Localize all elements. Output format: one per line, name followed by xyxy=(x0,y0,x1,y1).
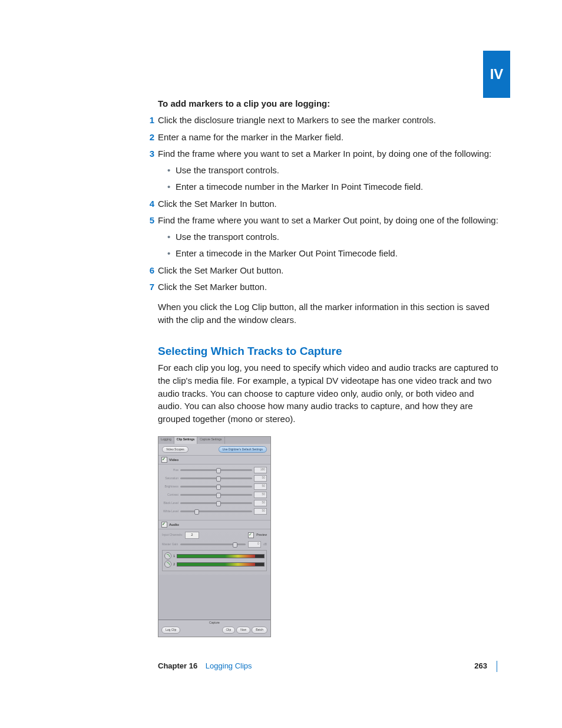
step-1: 1Click the disclosure triangle next to M… xyxy=(158,114,500,127)
part-tab: IV xyxy=(483,51,510,98)
audio-section-header: Audio xyxy=(158,520,270,529)
capture-batch-button[interactable]: Batch xyxy=(252,627,267,633)
tab-row: Logging Clip Settings Capture Settings xyxy=(158,437,270,444)
slider-track[interactable] xyxy=(180,494,252,496)
step-3-bullets: Use the transport controls. Enter a time… xyxy=(167,164,500,193)
step-number: 4 xyxy=(145,197,154,210)
list-item: Enter a timecode in the Marker Out Point… xyxy=(167,247,500,260)
contrast-slider[interactable]: Contrast 50 xyxy=(162,492,267,498)
slider-track[interactable] xyxy=(180,486,252,487)
slider-label: Contrast xyxy=(162,493,178,497)
capture-footer: Capture Log Clip Clip Now Batch xyxy=(158,620,270,637)
chapter-label: Chapter 16 xyxy=(158,661,197,670)
step-text: Enter a name for the marker in the Marke… xyxy=(158,132,343,142)
slider-thumb[interactable] xyxy=(233,542,237,548)
slider-label: Black Level xyxy=(162,501,178,505)
slider-value[interactable]: 180 xyxy=(254,467,267,473)
slider-thumb[interactable] xyxy=(216,485,221,490)
master-gain-slider[interactable] xyxy=(180,543,246,545)
step-text: Click the Set Marker button. xyxy=(158,282,267,292)
list-item: Use the transport controls. xyxy=(167,230,500,243)
audio-checkbox[interactable] xyxy=(161,522,167,528)
capture-clip-button[interactable]: Clip xyxy=(222,627,236,633)
preview-label: Preview xyxy=(256,533,267,537)
slider-value[interactable]: 50 xyxy=(254,500,267,506)
channel-number: 2 xyxy=(173,562,175,567)
slider-thumb[interactable] xyxy=(216,493,221,498)
procedure-result: When you click the Log Clip button, all … xyxy=(158,301,500,327)
step-number: 1 xyxy=(145,114,154,127)
slider-value[interactable]: 50 xyxy=(254,508,267,515)
master-gain-label: Master Gain xyxy=(162,542,178,546)
tab-capture-settings[interactable]: Capture Settings xyxy=(197,437,224,444)
capture-label: Capture xyxy=(209,621,220,624)
list-item: Use the transport controls. xyxy=(167,164,500,177)
slider-value[interactable]: 50 xyxy=(254,475,267,482)
speaker-icon[interactable] xyxy=(164,552,171,559)
chapter-title: Logging Clips xyxy=(206,661,252,670)
step-text: Find the frame where you want to set a M… xyxy=(158,215,498,225)
step-text: Find the frame where you want to set a M… xyxy=(158,149,491,159)
black-level-slider[interactable]: Black Level 50 xyxy=(162,500,267,506)
slider-track[interactable] xyxy=(180,469,252,471)
steps-list: 1Click the disclosure triangle next to M… xyxy=(158,114,500,294)
slider-value[interactable]: 50 xyxy=(254,483,267,490)
hue-slider[interactable]: Hue 180 xyxy=(162,467,267,473)
step-6: 6Click the Set Marker Out button. xyxy=(158,264,500,277)
audio-meter-1: 1 xyxy=(164,552,265,559)
use-digitizer-default-button[interactable]: Use Digitizer's Default Settings xyxy=(219,446,267,453)
step-number: 6 xyxy=(145,264,154,277)
slider-track[interactable] xyxy=(180,502,252,504)
step-number: 5 xyxy=(145,214,154,227)
page-number: 263 xyxy=(474,661,487,672)
slider-thumb[interactable] xyxy=(194,509,199,515)
video-label: Video xyxy=(169,457,178,463)
video-section-header: Video xyxy=(158,455,270,465)
capture-now-button[interactable]: Now xyxy=(236,627,250,633)
tab-clip-settings[interactable]: Clip Settings xyxy=(174,437,198,444)
white-level-slider[interactable]: White Level 50 xyxy=(162,508,267,515)
slider-thumb[interactable] xyxy=(216,476,221,482)
level-meter xyxy=(177,562,265,566)
step-2: 2Enter a name for the marker in the Mark… xyxy=(158,131,500,144)
audio-body: Input Channels: 2 Preview Master Gain 0 … xyxy=(158,529,270,575)
list-item: Enter a timecode number in the Marker In… xyxy=(167,180,500,193)
slider-label: White Level xyxy=(162,509,178,513)
clip-settings-panel: Logging Clip Settings Capture Settings V… xyxy=(158,436,271,637)
slider-label: Brightness xyxy=(162,485,178,489)
video-checkbox[interactable] xyxy=(161,457,167,463)
step-7: 7Click the Set Marker button. xyxy=(158,281,500,294)
page-footer: Chapter 16 Logging Clips 263 xyxy=(158,661,497,672)
step-number: 3 xyxy=(145,147,154,160)
main-content: To add markers to a clip you are logging… xyxy=(158,97,500,637)
slider-label: Saturation xyxy=(162,476,178,480)
slider-thumb[interactable] xyxy=(216,501,221,506)
slider-track[interactable] xyxy=(180,477,252,479)
tab-logging[interactable]: Logging xyxy=(158,437,174,444)
section-heading: Selecting Which Tracks to Capture xyxy=(158,343,500,360)
slider-thumb[interactable] xyxy=(216,468,221,473)
level-meter xyxy=(177,554,265,558)
step-3: 3Find the frame where you want to set a … xyxy=(158,147,500,193)
slider-label: Hue xyxy=(162,468,178,472)
step-5-bullets: Use the transport controls. Enter a time… xyxy=(167,230,500,260)
audio-label: Audio xyxy=(169,522,179,528)
slider-value[interactable]: 50 xyxy=(254,492,267,498)
brightness-slider[interactable]: Brightness 50 xyxy=(162,483,267,490)
video-scopes-button[interactable]: Video Scopes xyxy=(162,446,189,453)
section-body: For each clip you log, you need to speci… xyxy=(158,361,500,426)
saturation-slider[interactable]: Saturation 50 xyxy=(162,475,267,482)
master-gain-value[interactable]: 0 xyxy=(248,541,261,548)
channel-number: 1 xyxy=(173,554,175,559)
log-clip-button[interactable]: Log Clip xyxy=(161,627,180,633)
input-channels-spinner[interactable]: 2 xyxy=(185,532,199,539)
step-text: Click the disclosure triangle next to Ma… xyxy=(158,115,436,125)
panel-empty-area xyxy=(158,575,270,620)
preview-checkbox[interactable] xyxy=(248,532,254,538)
slider-track[interactable] xyxy=(180,510,252,512)
speaker-icon[interactable] xyxy=(164,561,171,568)
audio-meter-2: 2 xyxy=(164,561,265,568)
step-number: 2 xyxy=(145,131,154,144)
master-gain-unit: dB xyxy=(263,542,267,546)
procedure-heading: To add markers to a clip you are logging… xyxy=(158,97,500,110)
